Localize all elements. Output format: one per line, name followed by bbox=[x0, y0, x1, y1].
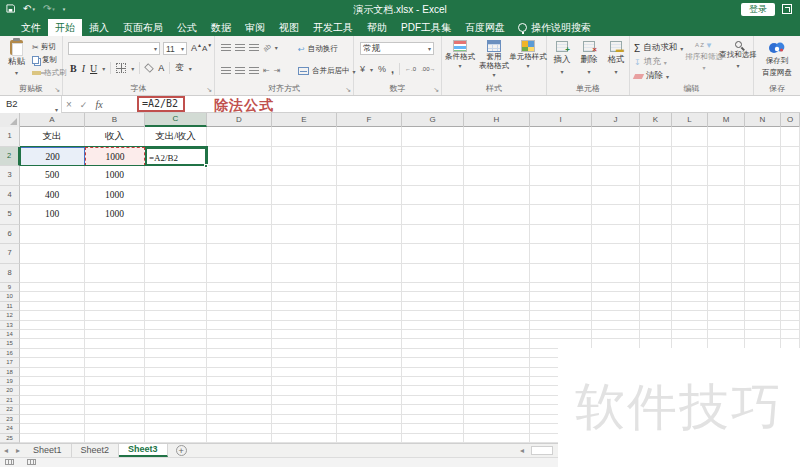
ribbon-tab-插入[interactable]: 插入 bbox=[82, 19, 116, 36]
cell-O12[interactable] bbox=[781, 311, 800, 320]
cell-F5[interactable] bbox=[337, 205, 402, 225]
cell-B18[interactable] bbox=[85, 368, 145, 377]
cell-G13[interactable] bbox=[402, 321, 464, 330]
cell-K13[interactable] bbox=[640, 321, 672, 330]
cell-A6[interactable] bbox=[20, 225, 85, 245]
cell-A2[interactable]: 200 bbox=[20, 147, 85, 167]
cell-G8[interactable] bbox=[402, 264, 464, 284]
cell-L3[interactable] bbox=[672, 166, 708, 186]
cell-E23[interactable] bbox=[272, 415, 337, 424]
cell-F16[interactable] bbox=[337, 349, 402, 358]
cell-E19[interactable] bbox=[272, 377, 337, 386]
cell-N7[interactable] bbox=[745, 244, 781, 264]
cell-M5[interactable] bbox=[708, 205, 745, 225]
cell-B8[interactable] bbox=[85, 264, 145, 284]
chevron-down-icon[interactable]: ▾ bbox=[189, 65, 192, 72]
cell-L12[interactable] bbox=[672, 311, 708, 320]
cell-O6[interactable] bbox=[781, 225, 800, 245]
sheet-tab-Sheet2[interactable]: Sheet2 bbox=[72, 444, 120, 457]
column-header-J[interactable]: J bbox=[592, 113, 640, 127]
format-cells-button[interactable]: ▬ 格式 ▾ bbox=[603, 41, 629, 75]
cell-C20[interactable] bbox=[145, 386, 207, 395]
ribbon-tab-文件[interactable]: 文件 bbox=[14, 19, 48, 36]
cell-G7[interactable] bbox=[402, 244, 464, 264]
decrease-indent-icon[interactable]: ⇤ bbox=[263, 66, 270, 75]
cell-J4[interactable] bbox=[592, 186, 640, 206]
cell-K14[interactable] bbox=[640, 330, 672, 339]
cell-G5[interactable] bbox=[402, 205, 464, 225]
chevron-down-icon[interactable]: ▾ bbox=[102, 65, 105, 72]
cell-H15[interactable] bbox=[464, 339, 530, 348]
column-header-O[interactable]: O bbox=[781, 113, 800, 127]
column-header-B[interactable]: B bbox=[85, 113, 145, 127]
percent-style-icon[interactable]: % bbox=[378, 64, 386, 74]
ribbon-display-options-icon[interactable] bbox=[782, 4, 792, 14]
cell-D9[interactable] bbox=[207, 283, 272, 292]
cell-D16[interactable] bbox=[207, 349, 272, 358]
ribbon-tab-视图[interactable]: 视图 bbox=[272, 19, 306, 36]
cell-I11[interactable] bbox=[530, 302, 592, 311]
cell-C22[interactable] bbox=[145, 405, 207, 414]
cell-M14[interactable] bbox=[708, 330, 745, 339]
row-header-14[interactable]: 14 bbox=[0, 330, 20, 339]
row-header-22[interactable]: 22 bbox=[0, 405, 20, 414]
cell-F8[interactable] bbox=[337, 264, 402, 284]
name-box[interactable]: B2 ▾ bbox=[0, 96, 62, 113]
cell-F25[interactable] bbox=[337, 434, 402, 443]
sheet-tab-Sheet1[interactable]: Sheet1 bbox=[24, 444, 72, 457]
cell-A10[interactable] bbox=[20, 292, 85, 301]
cell-M10[interactable] bbox=[708, 292, 745, 301]
cell-I14[interactable] bbox=[530, 330, 592, 339]
cell-G17[interactable] bbox=[402, 358, 464, 367]
cell-A8[interactable] bbox=[20, 264, 85, 284]
row-header-3[interactable]: 3 bbox=[0, 166, 20, 186]
cell-B17[interactable] bbox=[85, 358, 145, 367]
cell-A25[interactable] bbox=[20, 434, 85, 443]
cell-G6[interactable] bbox=[402, 225, 464, 245]
row-header-6[interactable]: 6 bbox=[0, 225, 20, 245]
cell-A14[interactable] bbox=[20, 330, 85, 339]
cell-H23[interactable] bbox=[464, 415, 530, 424]
cell-A21[interactable] bbox=[20, 396, 85, 405]
font-size-combo[interactable]: 11▾ bbox=[163, 42, 187, 55]
cell-K9[interactable] bbox=[640, 283, 672, 292]
copy-button[interactable]: 复制 bbox=[32, 55, 57, 65]
cell-E17[interactable] bbox=[272, 358, 337, 367]
cell-J11[interactable] bbox=[592, 302, 640, 311]
cell-L10[interactable] bbox=[672, 292, 708, 301]
cell-K2[interactable] bbox=[640, 147, 672, 167]
cell-H4[interactable] bbox=[464, 186, 530, 206]
row-header-4[interactable]: 4 bbox=[0, 186, 20, 206]
cell-L5[interactable] bbox=[672, 205, 708, 225]
fill-handle[interactable] bbox=[204, 164, 208, 168]
cell-H20[interactable] bbox=[464, 386, 530, 395]
cell-F10[interactable] bbox=[337, 292, 402, 301]
cell-E12[interactable] bbox=[272, 311, 337, 320]
cell-E13[interactable] bbox=[272, 321, 337, 330]
font-color-button[interactable]: A bbox=[158, 64, 164, 72]
orientation-icon[interactable]: ab bbox=[262, 42, 272, 52]
cell-I6[interactable] bbox=[530, 225, 592, 245]
wrap-text-button[interactable]: ↩ 自动换行 bbox=[298, 44, 338, 54]
cell-D5[interactable] bbox=[207, 205, 272, 225]
cell-L6[interactable] bbox=[672, 225, 708, 245]
align-center-icon[interactable] bbox=[235, 67, 245, 74]
cell-H24[interactable] bbox=[464, 424, 530, 433]
cell-A22[interactable] bbox=[20, 405, 85, 414]
cell-I13[interactable] bbox=[530, 321, 592, 330]
cell-F21[interactable] bbox=[337, 396, 402, 405]
cell-L1[interactable] bbox=[672, 127, 708, 147]
row-header-18[interactable]: 18 bbox=[0, 368, 20, 377]
cell-A9[interactable] bbox=[20, 283, 85, 292]
cell-D14[interactable] bbox=[207, 330, 272, 339]
cell-G3[interactable] bbox=[402, 166, 464, 186]
cell-H6[interactable] bbox=[464, 225, 530, 245]
cell-A7[interactable] bbox=[20, 244, 85, 264]
cell-C5[interactable] bbox=[145, 205, 207, 225]
cell-K3[interactable] bbox=[640, 166, 672, 186]
cell-A4[interactable]: 400 bbox=[20, 186, 85, 206]
cell-G21[interactable] bbox=[402, 396, 464, 405]
sheet-scroll-right-icon[interactable]: ▸ bbox=[12, 444, 24, 457]
conditional-formatting-button[interactable]: 条件格式 ▾ bbox=[444, 40, 476, 69]
column-header-F[interactable]: F bbox=[337, 113, 402, 127]
